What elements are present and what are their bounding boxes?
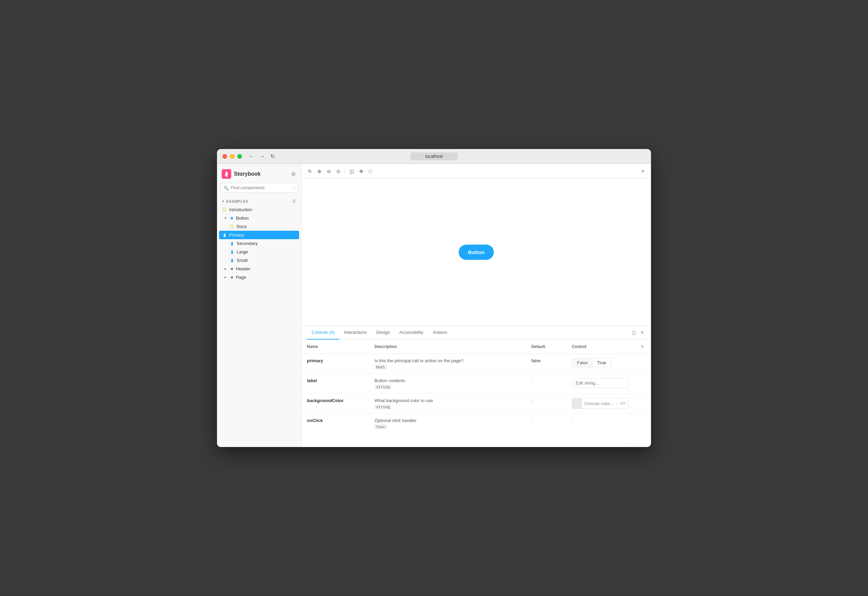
reset-controls-button[interactable]: ↻ — [639, 343, 646, 350]
search-box: 🔍 / — [220, 183, 298, 193]
app-body: Storybook ⚙ 🔍 / ▼ EXAMPLES ⇵ ☷ Introduct — [217, 164, 651, 447]
component-icon: ■ — [229, 215, 235, 221]
table-row: label Button contents string - — [301, 374, 651, 394]
caret-right-icon: ► — [224, 275, 227, 279]
logo-area: Storybook — [222, 169, 261, 179]
type-badge-primary: bool — [375, 364, 387, 370]
controls-data-table: Name Description Default Control ↻ — [301, 339, 651, 434]
type-badge-label: string — [375, 385, 391, 389]
close-panel-button[interactable]: ✕ — [639, 328, 646, 336]
row-reset-label — [634, 374, 651, 394]
sidebar: Storybook ⚙ 🔍 / ▼ EXAMPLES ⇵ ☷ Introduct — [217, 164, 301, 447]
sidebar-group-label: Page — [236, 275, 246, 280]
reload-toolbar-button[interactable]: ↻ — [306, 167, 314, 176]
row-name-bgcolor: backgroundColor — [301, 394, 369, 414]
open-new-tab-button[interactable]: ↗ — [638, 167, 647, 176]
measure-button[interactable]: □ — [366, 167, 374, 176]
sidebar-item-label: Large — [236, 249, 248, 254]
section-header-examples[interactable]: ▼ EXAMPLES ⇵ — [217, 197, 301, 205]
zoom-in-button[interactable]: ⊕ — [315, 167, 324, 176]
search-shortcut: / — [294, 186, 295, 190]
story-icon: ▮ — [222, 232, 227, 238]
sidebar-item-label: Docs — [236, 224, 247, 229]
bool-toggle-primary: False True — [572, 358, 611, 367]
logo-text: Storybook — [234, 171, 261, 177]
caret-right-icon: ► — [224, 267, 227, 271]
reload-button[interactable]: ↻ — [270, 154, 275, 159]
sort-icon: ⇵ — [292, 199, 297, 204]
col-header-default: Default — [526, 339, 567, 354]
sidebar-item-introduction[interactable]: ☷ Introduction — [217, 205, 301, 214]
color-code-button[interactable]: </> — [617, 398, 628, 409]
story-icon: ▮ — [229, 241, 235, 246]
toolbar: ↻ ⊕ ⊖ ⊙ ◫ ✜ □ ↗ — [301, 164, 651, 179]
preview-area: Button — [301, 179, 651, 325]
color-swatch[interactable] — [572, 398, 582, 409]
row-reset-primary — [634, 354, 651, 374]
col-header-description: Description — [369, 339, 526, 354]
close-button[interactable] — [222, 154, 227, 159]
sidebar-item-button-small[interactable]: ▮ Small — [217, 256, 301, 264]
tabs-row: Controls (4) Interactions Design Accessi… — [301, 326, 651, 339]
browser-nav: ← → ↻ — [249, 154, 275, 159]
row-name-onclick: onClick — [301, 414, 369, 434]
traffic-lights — [222, 154, 242, 159]
forward-button[interactable]: → — [260, 154, 265, 159]
bool-false-option[interactable]: False — [572, 358, 592, 367]
sidebar-item-button-primary[interactable]: ▮ Primary — [219, 231, 299, 239]
row-desc-onclick: Optional click handler func — [369, 414, 526, 434]
col-header-control: Control — [567, 339, 634, 354]
main-content: ↻ ⊕ ⊖ ⊙ ◫ ✜ □ ↗ Button Controls (4) — [301, 164, 651, 447]
row-reset-onclick — [634, 414, 651, 434]
row-default-label: - — [526, 374, 567, 394]
table-row: backgroundColor What background color to… — [301, 394, 651, 414]
row-default-bgcolor: - — [526, 394, 567, 414]
tab-actions[interactable]: Actions — [428, 326, 452, 339]
tab-design[interactable]: Design — [372, 326, 394, 339]
expand-panel-button[interactable]: ◫ — [630, 328, 638, 336]
sidebar-group-page[interactable]: ► ■ Page — [217, 273, 301, 282]
row-desc-primary: Is this the principal call to action on … — [369, 354, 526, 374]
row-desc-label: Button contents string — [369, 374, 526, 394]
sidebar-item-label: Small — [236, 258, 248, 263]
sidebar-group-button[interactable]: ▼ ■ Button — [217, 214, 301, 222]
grid-button[interactable]: ✜ — [357, 167, 366, 176]
zoom-reset-button[interactable]: ⊙ — [334, 167, 343, 176]
url-bar[interactable]: localhost — [410, 152, 458, 160]
sidebar-item-button-secondary[interactable]: ▮ Secondary — [217, 239, 301, 248]
preview-button[interactable]: Button — [459, 245, 494, 260]
frame-button[interactable]: ◫ — [347, 167, 356, 176]
row-name-primary: primary — [301, 354, 369, 374]
sidebar-item-label: Introduction — [229, 207, 252, 212]
sidebar-item-button-large[interactable]: ▮ Large — [217, 248, 301, 256]
minimize-button[interactable] — [230, 154, 235, 159]
sidebar-header: Storybook ⚙ — [217, 164, 301, 183]
bottom-panel: Controls (4) Interactions Design Accessi… — [301, 325, 651, 447]
sidebar-group-label: Button — [236, 215, 249, 221]
docs-icon: ☷ — [222, 207, 227, 212]
story-icon: ▮ — [229, 249, 235, 254]
row-control-onclick: - — [567, 414, 634, 434]
sidebar-group-label: Header — [236, 266, 251, 271]
search-input[interactable] — [220, 183, 298, 193]
bool-true-option[interactable]: True — [592, 358, 611, 367]
component-icon: ■ — [229, 275, 235, 280]
label-string-input[interactable] — [572, 378, 629, 388]
sidebar-item-button-docs[interactable]: ☷ Docs — [217, 222, 301, 231]
row-default-primary: false — [526, 354, 567, 374]
caret-down-icon: ▼ — [224, 216, 227, 220]
col-header-name: Name — [301, 339, 369, 354]
tab-controls[interactable]: Controls (4) — [307, 326, 340, 339]
back-button[interactable]: ← — [249, 154, 254, 159]
settings-button[interactable]: ⚙ — [290, 170, 297, 178]
zoom-out-button[interactable]: ⊖ — [325, 167, 333, 176]
table-row: primary Is this the principal call to ac… — [301, 354, 651, 374]
tab-interactions[interactable]: Interactions — [340, 326, 372, 339]
sidebar-item-label: Secondary — [236, 241, 258, 246]
tab-accessibility[interactable]: Accessibility — [395, 326, 428, 339]
col-header-reset: ↻ — [634, 339, 651, 354]
sidebar-group-header[interactable]: ► ■ Header — [217, 264, 301, 273]
row-control-label — [567, 374, 634, 394]
tabs-right: ◫ ✕ — [630, 328, 646, 336]
maximize-button[interactable] — [237, 154, 242, 159]
